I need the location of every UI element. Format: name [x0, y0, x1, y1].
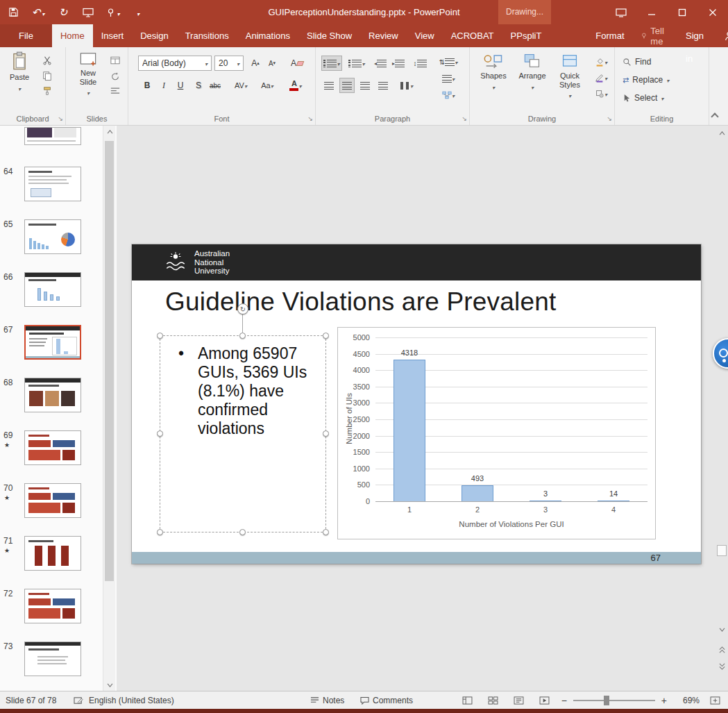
- slide-thumbnail[interactable]: [24, 378, 81, 412]
- resize-handle-middle-left[interactable]: [157, 430, 163, 437]
- new-slide-button[interactable]: New Slide: [71, 51, 105, 97]
- select-dropdown-icon[interactable]: [661, 93, 663, 103]
- replace-dropdown-icon[interactable]: [666, 75, 669, 85]
- reset-slide-button[interactable]: [108, 68, 123, 83]
- slide-thumbnail-row[interactable]: [0, 127, 103, 167]
- maximize-button[interactable]: [667, 0, 697, 24]
- strikethrough-button[interactable]: abc: [208, 78, 223, 93]
- font-name-dropdown-icon[interactable]: [205, 58, 208, 68]
- align-text-button[interactable]: [432, 71, 464, 86]
- tell-me-box[interactable]: Tell me: [633, 24, 677, 47]
- bullets-dropdown-icon[interactable]: [337, 58, 339, 68]
- change-case-dropdown-icon[interactable]: [271, 81, 273, 90]
- character-spacing-button[interactable]: AV: [230, 78, 252, 93]
- fit-slide-to-window-button[interactable]: [704, 693, 725, 708]
- columns-button[interactable]: [396, 78, 417, 93]
- tab-slide-show[interactable]: Slide Show: [298, 24, 360, 47]
- proofing-button[interactable]: [74, 691, 84, 710]
- quick-styles-dropdown-icon[interactable]: [568, 91, 571, 99]
- change-case-button[interactable]: Aa: [256, 78, 278, 93]
- resize-handle-top-right[interactable]: [323, 333, 329, 339]
- resize-handle-middle-right[interactable]: [323, 430, 329, 437]
- previous-slide-button[interactable]: [716, 644, 728, 655]
- arrange-dropdown-icon[interactable]: [531, 83, 534, 91]
- slide-thumbnail[interactable]: [24, 325, 81, 360]
- text-direction-dropdown-icon[interactable]: [455, 57, 457, 67]
- format-painter-button[interactable]: [40, 83, 55, 99]
- tab-format[interactable]: Format: [587, 24, 632, 47]
- arrange-button[interactable]: Arrange: [514, 53, 550, 91]
- next-slide-button[interactable]: [716, 660, 728, 672]
- sign-in-button[interactable]: Sign in: [676, 24, 713, 47]
- select-button[interactable]: Select: [622, 90, 682, 106]
- slide-thumbnail-row[interactable]: 67: [0, 325, 103, 365]
- section-button[interactable]: [108, 83, 123, 99]
- font-dialog-launcher[interactable]: [307, 116, 313, 122]
- slide-thumbnail[interactable]: [24, 483, 81, 518]
- slide-thumbnail[interactable]: [24, 272, 81, 307]
- align-left-button[interactable]: [321, 78, 337, 93]
- slide-thumbnail[interactable]: [24, 641, 81, 676]
- resize-handle-bottom-left[interactable]: [157, 529, 163, 535]
- replace-button[interactable]: ⇄ Replace: [622, 72, 686, 87]
- slide-thumbnail[interactable]: [24, 430, 81, 465]
- embedded-bar-chart[interactable]: 0500100015002000250030003500400045005000…: [337, 327, 656, 539]
- slide-thumbnail-row[interactable]: 69★: [0, 430, 103, 471]
- normal-view-button[interactable]: [457, 693, 478, 708]
- slide-thumbnail-row[interactable]: 70★: [0, 483, 103, 523]
- tab-ppsplit[interactable]: PPspliT: [502, 24, 550, 47]
- cut-button[interactable]: [40, 53, 55, 68]
- quick-styles-button[interactable]: Quick Styles: [552, 53, 588, 99]
- text-shadow-button[interactable]: S: [191, 78, 206, 93]
- thumbnail-scrollbar[interactable]: [103, 126, 115, 691]
- tab-design[interactable]: Design: [132, 24, 176, 47]
- font-size-dropdown-icon[interactable]: [237, 58, 239, 68]
- thumbnail-scroll-thumb[interactable]: [105, 141, 114, 581]
- shapes-button[interactable]: Shapes: [475, 53, 511, 91]
- font-color-button[interactable]: A: [284, 78, 307, 93]
- bullet-text[interactable]: Among 65907 GUIs, 5369 UIs (8.1%) have c…: [198, 344, 321, 438]
- slide-canvas[interactable]: Australian National University Guideline…: [132, 244, 701, 564]
- tab-insert[interactable]: Insert: [93, 24, 133, 47]
- language-indicator[interactable]: English (United States): [89, 691, 174, 710]
- notes-button[interactable]: Notes: [310, 691, 344, 710]
- tab-acrobat[interactable]: ACROBAT: [443, 24, 502, 47]
- editor-scroll-thumb[interactable]: [717, 545, 727, 556]
- drawing-dialog-launcher[interactable]: [607, 116, 612, 122]
- convert-smartart-button[interactable]: [432, 87, 464, 103]
- decrease-font-size-button[interactable]: A: [264, 56, 280, 71]
- clipboard-dialog-launcher[interactable]: [58, 116, 63, 122]
- slide-thumbnail[interactable]: [24, 127, 81, 145]
- convert-smartart-dropdown-icon[interactable]: [452, 90, 455, 100]
- slide-thumbnail-row[interactable]: 71★: [0, 536, 103, 576]
- shape-effects-dropdown-icon[interactable]: [604, 89, 607, 99]
- underline-button[interactable]: U: [173, 78, 188, 93]
- shape-outline-dropdown-icon[interactable]: [604, 73, 607, 83]
- bold-button[interactable]: B: [139, 78, 155, 93]
- share-button[interactable]: Share: [713, 24, 728, 47]
- zoom-slider[interactable]: [573, 700, 655, 701]
- slide-thumbnail-row[interactable]: 73: [0, 641, 103, 682]
- tab-file[interactable]: File: [0, 24, 52, 47]
- close-button[interactable]: [697, 0, 728, 24]
- slide-indicator[interactable]: Slide 67 of 78: [6, 691, 56, 710]
- columns-dropdown-icon[interactable]: [410, 81, 413, 90]
- paste-button[interactable]: Paste: [3, 51, 35, 92]
- numbering-dropdown-icon[interactable]: [362, 58, 364, 68]
- slide-thumbnail[interactable]: [24, 589, 81, 623]
- slide-thumbnail-row[interactable]: 66: [0, 272, 103, 312]
- tab-transitions[interactable]: Transitions: [177, 24, 237, 47]
- increase-indent-button[interactable]: ▸: [391, 56, 406, 71]
- tab-review[interactable]: Review: [360, 24, 407, 47]
- align-text-dropdown-icon[interactable]: [452, 74, 455, 83]
- text-direction-button[interactable]: ⇅: [432, 54, 464, 69]
- tab-animations[interactable]: Animations: [237, 24, 298, 47]
- slide-thumbnail[interactable]: [24, 167, 81, 201]
- font-color-dropdown-icon[interactable]: [298, 81, 301, 90]
- zoom-in-button[interactable]: +: [660, 695, 668, 706]
- shape-outline-button[interactable]: [591, 70, 611, 85]
- slide-sorter-view-button[interactable]: [483, 693, 504, 708]
- slide-thumbnail[interactable]: [24, 219, 81, 254]
- zoom-level[interactable]: 69%: [673, 696, 700, 705]
- selected-text-box[interactable]: ↻ • Among 65907 GUIs, 5369 UIs (8.1%) ha…: [160, 335, 326, 532]
